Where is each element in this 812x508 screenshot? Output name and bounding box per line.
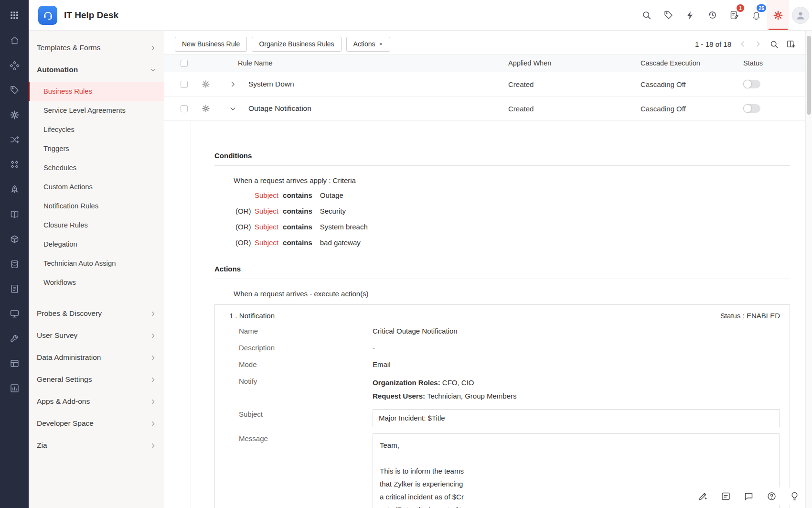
help-icon[interactable] <box>767 491 777 501</box>
chevron-right-icon <box>150 443 156 449</box>
pagination-text: 1 - 18 of 18 <box>695 40 731 48</box>
status-toggle[interactable] <box>743 80 760 88</box>
column-status: Status <box>743 59 805 67</box>
user-avatar[interactable] <box>792 7 809 24</box>
sidebar-item-apps-addons[interactable]: Apps & Add-ons <box>29 390 164 412</box>
sidebar-item-closure-rules[interactable]: Closure Rules <box>29 216 164 235</box>
chat-bubble-icon[interactable] <box>744 491 754 501</box>
settings-gear-icon[interactable] <box>767 0 789 30</box>
cmdb-database-icon[interactable] <box>10 259 20 269</box>
purchase-invoice-icon[interactable] <box>10 284 20 294</box>
divider <box>214 279 790 279</box>
sidebar-item-business-rules[interactable]: Business Rules <box>29 82 164 101</box>
tasks-icon[interactable]: 1 <box>723 0 745 30</box>
row-settings-gear-icon[interactable] <box>202 104 229 113</box>
sidebar-item-custom-actions[interactable]: Custom Actions <box>29 177 164 196</box>
notify-line: Organization Roles: CFO, CIO <box>373 376 780 389</box>
prev-page-icon[interactable] <box>739 40 747 48</box>
field-row: Description - <box>224 343 780 353</box>
actions-dropdown-button[interactable]: Actions <box>346 37 390 52</box>
sidebar-item-lifecycles[interactable]: Lifecycles <box>29 120 164 139</box>
list-search-icon[interactable] <box>769 40 779 49</box>
notifications-bell-icon[interactable]: 25 <box>745 0 767 30</box>
notification-action-box: 1 . Notification Status : ENABLED Name C… <box>214 304 790 508</box>
setup-gear-icon[interactable] <box>10 110 20 120</box>
sidebar-item-user-survey[interactable]: User Survey <box>29 324 164 346</box>
actions-title: Actions <box>214 265 790 273</box>
collapse-chevron-icon[interactable] <box>229 105 248 112</box>
tools-wrench-icon[interactable] <box>10 334 20 344</box>
sidebar-item-general-settings[interactable]: General Settings <box>29 368 164 390</box>
cascade-value: Cascading Off <box>641 80 743 88</box>
chevron-down-icon <box>150 67 156 73</box>
app-launcher-icon[interactable] <box>10 0 19 31</box>
apps-icon[interactable] <box>10 160 20 170</box>
row-checkbox[interactable] <box>181 105 188 112</box>
sidebar-item-triggers[interactable]: Triggers <box>29 139 164 158</box>
knowledge-book-icon[interactable] <box>10 209 20 219</box>
table-header-row: Rule Name Applied When Cascade Execution… <box>164 54 805 72</box>
tag-icon[interactable] <box>657 0 679 30</box>
sidebar-item-automation[interactable]: Automation <box>29 59 164 81</box>
expand-chevron-icon[interactable] <box>229 81 248 88</box>
rule-name[interactable]: Outage Notification <box>248 104 508 113</box>
actions-intro: When a request arrives - execute action(… <box>214 290 790 298</box>
quick-actions-bolt-icon[interactable] <box>679 0 701 30</box>
new-business-rule-button[interactable]: New Business Rule <box>175 37 247 52</box>
chevron-right-icon <box>150 421 156 427</box>
sidebar-item-technician-auto-assign[interactable]: Technician Auto Assign <box>29 254 164 273</box>
home-icon[interactable] <box>10 35 20 45</box>
reports-chart-icon[interactable] <box>10 383 20 393</box>
sidebar-item-zia[interactable]: Zia <box>29 434 164 456</box>
whats-new-bulb-icon[interactable] <box>790 491 800 501</box>
row-checkbox[interactable] <box>181 81 188 88</box>
launch-rocket-icon[interactable] <box>10 184 20 195</box>
condition-row: Subject contains Outage <box>214 187 790 203</box>
organize-business-rules-button[interactable]: Organize Business Rules <box>252 37 341 52</box>
toggle-knob <box>744 105 751 112</box>
settings-sidebar: Templates & Forms Automation Business Ru… <box>29 31 164 508</box>
column-cascade-execution: Cascade Execution <box>641 59 743 67</box>
sidebar-item-developer-space[interactable]: Developer Space <box>29 412 164 434</box>
top-header: IT Help Desk 1 25 <box>29 0 812 31</box>
search-icon[interactable] <box>635 0 657 30</box>
list-toolbar: New Business Rule Organize Business Rule… <box>164 31 805 54</box>
scrollbar-thumb[interactable] <box>807 36 811 115</box>
subject-input[interactable]: Major Incident: $Title <box>373 409 780 427</box>
rule-name[interactable]: System Down <box>248 80 508 88</box>
vertical-scrollbar[interactable] <box>805 31 812 508</box>
assets-box-icon[interactable] <box>10 234 20 244</box>
table-row[interactable]: Outage Notification Created Cascading Of… <box>164 97 805 121</box>
modules-icon[interactable] <box>10 60 20 70</box>
sidebar-item-service-level-agreements[interactable]: Service Level Agreements <box>29 101 164 120</box>
row-settings-gear-icon[interactable] <box>202 80 229 88</box>
chevron-right-icon <box>150 399 156 405</box>
select-all-checkbox[interactable] <box>181 60 188 67</box>
zia-pencil-icon[interactable] <box>698 491 708 501</box>
sidebar-item-probes-discovery[interactable]: Probes & Discovery <box>29 303 164 324</box>
feedback-note-icon[interactable] <box>721 491 731 501</box>
history-icon[interactable] <box>701 0 723 30</box>
bottom-utility-bar <box>690 487 801 505</box>
column-applied-when: Applied When <box>508 59 641 67</box>
projects-monitor-icon[interactable] <box>10 309 20 319</box>
sidebar-item-workflows[interactable]: Workflows <box>29 273 164 292</box>
sidebar-item-data-administration[interactable]: Data Administration <box>29 346 164 368</box>
next-page-icon[interactable] <box>754 40 762 48</box>
tags-icon[interactable] <box>10 85 20 95</box>
column-rule-name: Rule Name <box>202 59 508 67</box>
rule-detail-panel: Conditions When a request arrives apply … <box>191 121 805 508</box>
subject-row: Subject Major Incident: $Title <box>224 409 780 427</box>
column-chooser-icon[interactable] <box>786 39 796 49</box>
chevron-right-icon <box>150 45 156 51</box>
sidebar-item-templates-forms[interactable]: Templates & Forms <box>29 37 164 59</box>
dashboard-layout-icon[interactable] <box>10 358 20 368</box>
sidebar-item-notification-rules[interactable]: Notification Rules <box>29 196 164 216</box>
table-row[interactable]: System Down Created Cascading Off <box>164 72 805 97</box>
applied-when-value: Created <box>508 80 641 88</box>
status-toggle[interactable] <box>743 104 760 113</box>
shuffle-icon[interactable] <box>10 135 20 145</box>
sidebar-item-schedules[interactable]: Schedules <box>29 158 164 177</box>
sidebar-item-delegation[interactable]: Delegation <box>29 235 164 254</box>
notifications-count-badge: 25 <box>757 4 766 12</box>
